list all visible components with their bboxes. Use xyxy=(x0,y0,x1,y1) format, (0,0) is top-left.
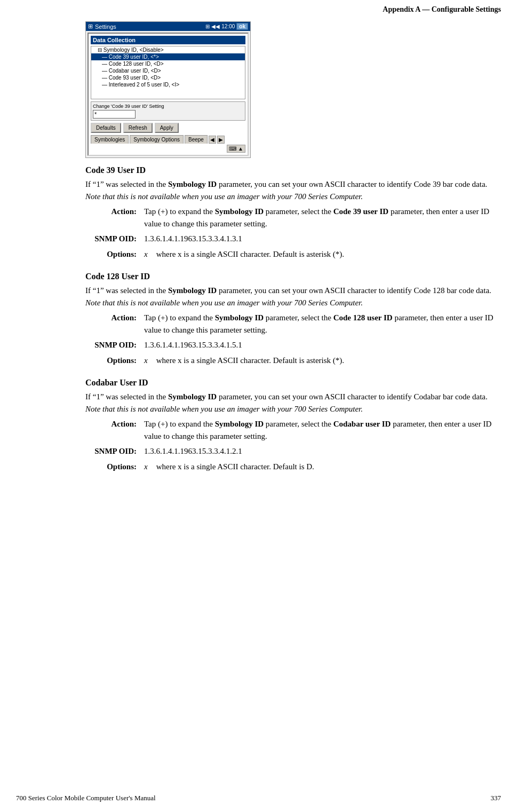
tree-item-code128[interactable]: — Code 128 user ID, <D> xyxy=(91,60,245,67)
footer-right: 337 xyxy=(491,794,502,802)
titlebar-right: ⊞ ◀◀ 12:00 ok xyxy=(205,23,248,30)
volume-icon: ◀◀ xyxy=(211,23,220,29)
section-title-code39: Code 39 User ID xyxy=(85,165,501,175)
tree-item-code93[interactable]: — Code 93 user ID, <D> xyxy=(91,74,245,81)
change-box-input[interactable] xyxy=(93,110,136,119)
tab-next-arrow[interactable]: ▶ xyxy=(217,136,225,144)
section-desc-code39: If “1” was selected in the Symbology ID … xyxy=(85,178,501,202)
section-code128: Code 128 User ID If “1” was selected in … xyxy=(85,272,501,366)
action-label: Action: xyxy=(85,206,144,230)
panel-title: Data Collection xyxy=(91,36,245,44)
options-label: Options: xyxy=(85,248,144,261)
param-table-code128: Action: Tap (+) to expand the Symbology … xyxy=(85,312,501,366)
app-icon: ⊞ xyxy=(88,23,93,30)
tab-symbologies[interactable]: Symbologies xyxy=(91,135,129,144)
options-text-codabar: where x is a single ASCII character. Def… xyxy=(156,462,314,471)
snmp-value-codabar: 1.3.6.1.4.1.1963.15.3.3.4.1.2.1 xyxy=(144,445,501,458)
tabs-row: Symbologies Symbology Options Beepe ◀ ▶ xyxy=(91,135,245,144)
options-row-codabar: Options: xwhere x is a single ASCII char… xyxy=(85,461,501,473)
footer-left: 700 Series Color Mobile Computer User's … xyxy=(16,794,156,802)
tab-symbology-options[interactable]: Symbology Options xyxy=(130,135,184,144)
section-desc-codabar: If “1” was selected in the Symbology ID … xyxy=(85,391,501,415)
snmp-label-128: SNMP OID: xyxy=(85,339,144,351)
options-x-code39: x xyxy=(144,250,148,258)
action-value-code39: Tap (+) to expand the Symbology ID param… xyxy=(144,206,501,230)
options-value-code39: xwhere x is a single ASCII character. De… xyxy=(144,248,501,261)
buttons-row: Defaults Refresh Apply xyxy=(91,123,245,133)
snmp-row-codabar: SNMP OID: 1.3.6.1.4.1.1963.15.3.3.4.1.2.… xyxy=(85,445,501,458)
header-title: Configurable Settings xyxy=(432,5,501,13)
snmp-label: SNMP OID: xyxy=(85,233,144,245)
action-row-codabar: Action: Tap (+) to expand the Symbology … xyxy=(85,418,501,442)
change-box-title: Change 'Code 39 user ID' Setting xyxy=(93,104,243,109)
section-desc-code128: If “1” was selected in the Symbology ID … xyxy=(85,285,501,309)
ok-button[interactable]: ok xyxy=(236,23,248,30)
tree-item-code39[interactable]: — Code 39 user ID, <*> xyxy=(91,53,245,60)
options-value-code128: xwhere x is a single ASCII character. De… xyxy=(144,354,501,367)
action-row-code39: Action: Tap (+) to expand the Symbology … xyxy=(85,206,501,230)
tree-container[interactable]: ⊟ Symbology ID, <Disable> — Code 39 user… xyxy=(91,46,245,99)
tree-item-codabar[interactable]: — Codabar user ID, <D> xyxy=(91,67,245,74)
page-footer: 700 Series Color Mobile Computer User's … xyxy=(0,794,517,802)
action-value-code128: Tap (+) to expand the Symbology ID param… xyxy=(144,312,501,336)
apply-button[interactable]: Apply xyxy=(155,123,179,133)
action-row-code128: Action: Tap (+) to expand the Symbology … xyxy=(85,312,501,336)
change-box: Change 'Code 39 user ID' Setting xyxy=(91,101,245,121)
tab-beeper[interactable]: Beepe xyxy=(185,135,208,144)
options-text-code128: where x is a single ASCII character. Def… xyxy=(156,356,344,365)
defaults-button[interactable]: Defaults xyxy=(91,123,121,133)
tree-item-interleaved[interactable]: — Interleaved 2 of 5 user ID, <I> xyxy=(91,81,245,88)
options-value-codabar: xwhere x is a single ASCII character. De… xyxy=(144,461,501,473)
section-codabar: Codabar User ID If “1” was selected in t… xyxy=(85,378,501,472)
signal-icon: ⊞ xyxy=(205,23,210,29)
action-label-codabar: Action: xyxy=(85,418,144,442)
device-body: Data Collection ⊟ Symbology ID, <Disable… xyxy=(88,33,249,156)
section-body-code39: If “1” was selected in the Symbology ID … xyxy=(85,178,501,202)
param-table-code39: Action: Tap (+) to expand the Symbology … xyxy=(85,206,501,260)
snmp-row-code128: SNMP OID: 1.3.6.1.4.1.1963.15.3.3.4.1.5.… xyxy=(85,339,501,351)
header-separator: — xyxy=(420,5,432,13)
options-label-codabar: Options: xyxy=(85,461,144,473)
action-label-128: Action: xyxy=(85,312,144,336)
keyboard-icon: ⌨ ▲ xyxy=(227,145,245,153)
section-code39: Code 39 User ID If “1” was selected in t… xyxy=(85,165,501,260)
snmp-row-code39: SNMP OID: 1.3.6.1.4.1.1963.15.3.3.4.1.3.… xyxy=(85,233,501,245)
page-header: Appendix A — Configurable Settings xyxy=(383,5,501,14)
snmp-value-code39: 1.3.6.1.4.1.1963.15.3.3.4.1.3.1 xyxy=(144,233,501,245)
tree-item-symbology[interactable]: ⊟ Symbology ID, <Disable> xyxy=(91,46,245,53)
section-body-codabar: If “1” was selected in the Symbology ID … xyxy=(85,391,501,415)
options-x-code128: x xyxy=(144,356,148,365)
options-x-codabar: x xyxy=(144,462,148,471)
snmp-value-code128: 1.3.6.1.4.1.1963.15.3.3.4.1.5.1 xyxy=(144,339,501,351)
snmp-label-codabar: SNMP OID: xyxy=(85,445,144,458)
main-content: Code 39 User ID If “1” was selected in t… xyxy=(85,165,501,484)
appendix-label: Appendix A xyxy=(383,5,420,13)
refresh-button[interactable]: Refresh xyxy=(123,123,153,133)
options-row-code128: Options: xwhere x is a single ASCII char… xyxy=(85,354,501,367)
device-titlebar: ⊞ Settings ⊞ ◀◀ 12:00 ok xyxy=(86,22,250,31)
param-table-codabar: Action: Tap (+) to expand the Symbology … xyxy=(85,418,501,472)
section-body-code128: If “1” was selected in the Symbology ID … xyxy=(85,285,501,309)
tab-prev-arrow[interactable]: ◀ xyxy=(209,136,216,144)
device-screenshot: ⊞ Settings ⊞ ◀◀ 12:00 ok Data Collection… xyxy=(85,21,251,158)
action-value-codabar: Tap (+) to expand the Symbology ID param… xyxy=(144,418,501,442)
section-title-codabar: Codabar User ID xyxy=(85,378,501,388)
titlebar-title: Settings xyxy=(95,23,116,30)
section-title-code128: Code 128 User ID xyxy=(85,272,501,281)
options-text-code39: where x is a single ASCII character. Def… xyxy=(156,250,344,258)
scrollbar-area: ⌨ ▲ xyxy=(91,145,245,153)
options-row-code39: Options: xwhere x is a single ASCII char… xyxy=(85,248,501,261)
time-display: 12:00 xyxy=(221,23,235,29)
options-label-128: Options: xyxy=(85,354,144,367)
titlebar-left: ⊞ Settings xyxy=(88,23,116,30)
